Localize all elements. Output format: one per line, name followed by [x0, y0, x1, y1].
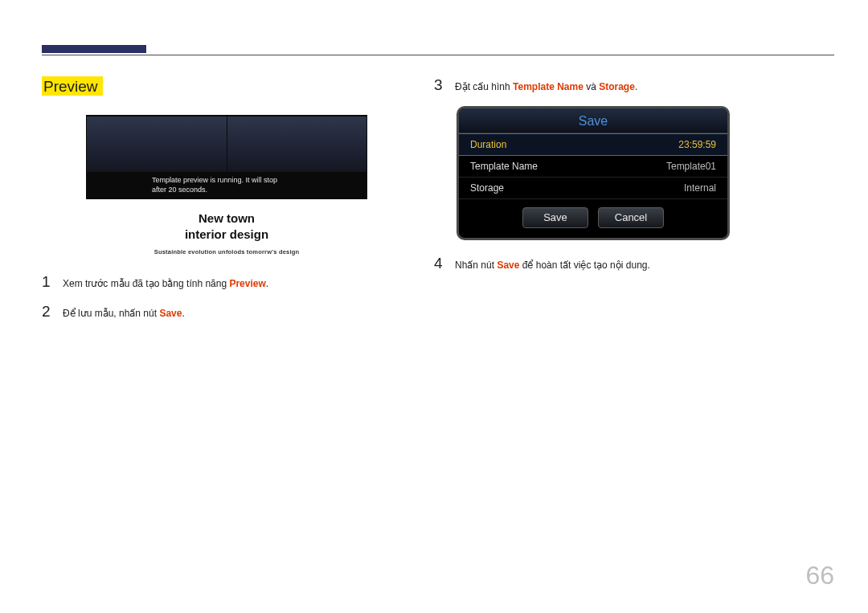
cancel-button[interactable]: Cancel — [598, 207, 664, 228]
highlight-save: Save — [159, 308, 182, 319]
highlight-storage: Storage — [599, 81, 635, 92]
chapter-tab-stub — [42, 45, 146, 53]
step-text: Đặt cấu hình Template Name và Storage. — [455, 80, 637, 95]
figure-caption: New town interior design — [86, 210, 367, 243]
save-dialog: Save Duration 23:59:59 Template Name Tem… — [457, 106, 730, 240]
dialog-row-storage[interactable]: Storage Internal — [459, 178, 727, 199]
dialog-label: Storage — [470, 182, 504, 194]
step-4: 4 Nhấn nút Save để hoàn tất việc tạo nội… — [434, 255, 836, 273]
step-1: 1 Xem trước mẫu đã tạo bằng tính năng Pr… — [42, 273, 403, 292]
horizontal-rule — [42, 55, 834, 55]
right-column: 3 Đặt cấu hình Template Name và Storage.… — [434, 76, 836, 284]
figure-caption-line2: interior design — [185, 227, 268, 241]
highlight-save: Save — [497, 260, 519, 271]
dialog-row-duration[interactable]: Duration 23:59:59 — [459, 133, 727, 156]
preview-screen: Template preview is running. It will sto… — [86, 115, 367, 199]
step-text: Để lưu mẫu, nhấn nút Save. — [63, 306, 185, 321]
step-number: 3 — [434, 76, 455, 94]
figure-subcaption: Sustainble evolution unfolods tomorrw's … — [86, 248, 367, 255]
step-3: 3 Đặt cấu hình Template Name và Storage. — [434, 76, 836, 95]
save-button[interactable]: Save — [522, 207, 588, 228]
preview-panel-left — [87, 116, 227, 172]
dialog-label: Template Name — [470, 161, 538, 172]
page: Preview Template preview is running. It … — [0, 0, 868, 613]
step-number: 4 — [434, 255, 455, 272]
dialog-label: Duration — [470, 139, 506, 150]
preview-msg-line2: after 20 seconds. — [152, 186, 207, 194]
highlight-template-name: Template Name — [513, 81, 583, 92]
section-heading-preview: Preview — [42, 76, 103, 96]
steps-left: 1 Xem trước mẫu đã tạo bằng tính năng Pr… — [42, 273, 403, 321]
step-2: 2 Để lưu mẫu, nhấn nút Save. — [42, 303, 403, 321]
preview-figure: Template preview is running. It will sto… — [86, 115, 367, 255]
step-number: 2 — [42, 303, 63, 321]
preview-panel-right — [227, 116, 367, 172]
figure-caption-line1: New town — [199, 211, 255, 225]
dialog-value-duration: 23:59:59 — [678, 139, 716, 150]
highlight-preview: Preview — [229, 278, 265, 289]
dialog-value-storage: Internal — [684, 182, 716, 194]
page-number: 66 — [805, 561, 834, 591]
step-number: 1 — [42, 273, 63, 291]
preview-msg-line1: Template preview is running. It will sto… — [152, 176, 277, 184]
dialog-row-template-name[interactable]: Template Name Template01 — [459, 156, 727, 178]
dialog-actions: Save Cancel — [459, 199, 727, 238]
dialog-title: Save — [459, 108, 727, 133]
dialog-value-template-name: Template01 — [666, 161, 716, 172]
step-text: Xem trước mẫu đã tạo bằng tính năng Prev… — [63, 276, 268, 292]
preview-running-message: Template preview is running. It will sto… — [152, 175, 329, 194]
step-text: Nhấn nút Save để hoàn tất việc tạo nội d… — [455, 258, 650, 273]
left-column: Preview Template preview is running. It … — [42, 76, 403, 333]
